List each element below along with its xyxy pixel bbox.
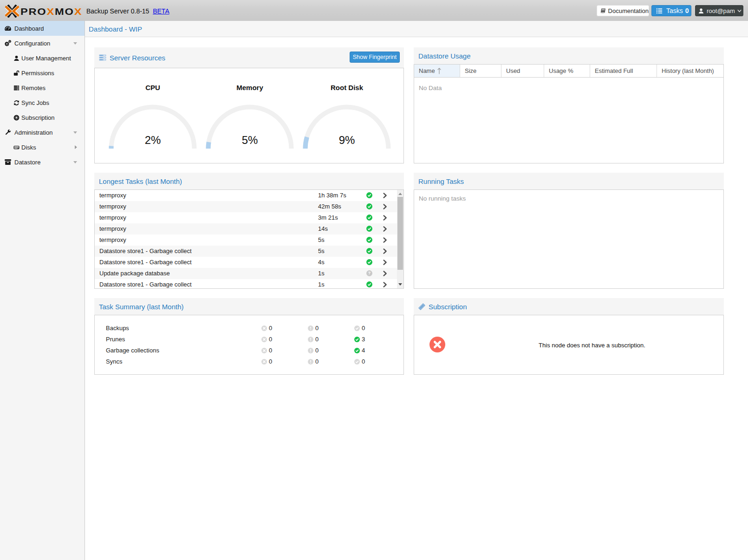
svg-text:?: ? — [368, 271, 371, 275]
